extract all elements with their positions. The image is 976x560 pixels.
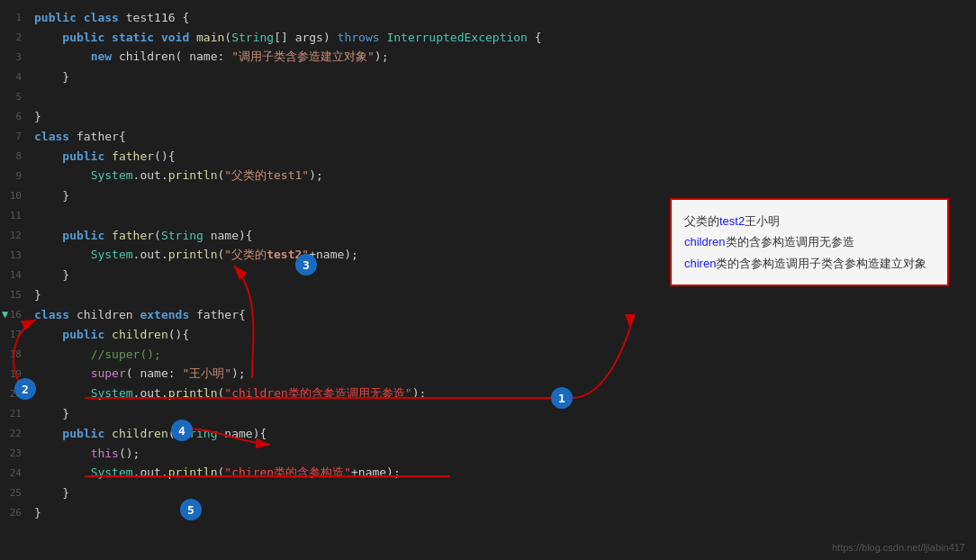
line-content-3: new children( name: "调用子类含参造建立对象"); (27, 49, 388, 65)
line-content-12: public father(String name){ (27, 229, 253, 242)
line-content-2: public static void main(String[] args) t… (27, 31, 542, 44)
output-line-3: chiren类的含参构造调用子类含参构造建立对象 (684, 253, 935, 274)
line-number-10: 10 (0, 190, 27, 202)
line-number-6: 6 (0, 111, 27, 122)
line-content-16: class children extends father{ (27, 308, 246, 321)
line-number-18: 18 (0, 348, 27, 360)
line-number-21: 21 (0, 408, 27, 420)
line-content-25: } (27, 486, 69, 500)
line-content-1: public class test116 { (27, 11, 189, 24)
line-content-7: class father{ (27, 130, 126, 143)
code-line-16: 16▼class children extends father{ (0, 304, 976, 324)
line-content-15: } (27, 288, 41, 302)
circle-3: 3 (295, 254, 317, 275)
line-number-11: 11 (0, 210, 27, 221)
code-line-15: 15} (0, 285, 976, 304)
code-line-5: 5 (0, 86, 976, 106)
line-content-18: //super(); (27, 348, 161, 361)
line-number-24: 24 (0, 467, 27, 479)
line-number-17: 17 (0, 329, 27, 340)
line-content-20: System.out.println("children类的含参造调用无参造")… (27, 385, 426, 402)
code-line-24: 24 System.out.println("chiren类的含参构造"+nam… (0, 463, 976, 483)
line-content-14: } (27, 268, 69, 282)
line-number-14: 14 (0, 269, 27, 281)
code-line-6: 6} (0, 106, 976, 126)
code-line-18: 18 //super(); (0, 344, 976, 364)
line-number-9: 9 (0, 170, 27, 182)
line-number-2: 2 (0, 32, 27, 43)
line-number-13: 13 (0, 249, 27, 261)
line-number-8: 8 (0, 150, 27, 162)
line-number-16: 16▼ (0, 309, 27, 321)
output-box: 父类的test2王小明 children类的含参构造调用无参造 chiren类的… (670, 198, 949, 286)
line-number-23: 23 (0, 447, 27, 459)
code-line-23: 23 this(); (0, 443, 976, 463)
line-content-8: public father(){ (27, 149, 176, 163)
code-line-25: 25 } (0, 483, 976, 502)
code-line-2: 2 public static void main(String[] args)… (0, 27, 976, 47)
code-line-1: 1public class test116 { (0, 7, 976, 27)
line-number-26: 26 (0, 507, 27, 519)
line-content-9: System.out.println("父类的test1"); (27, 167, 323, 184)
circle-1: 1 (551, 387, 573, 409)
code-line-17: 17 public children(){ (0, 324, 976, 344)
line-content-22: public children(String name){ (27, 427, 267, 440)
code-line-3: 3 new children( name: "调用子类含参造建立对象"); (0, 47, 976, 67)
line-number-5: 5 (0, 91, 27, 103)
line-content-17: public children(){ (27, 328, 189, 341)
line-content-10: } (27, 189, 69, 203)
line-content-21: } (27, 407, 69, 420)
code-line-22: 22 public children(String name){ (0, 423, 976, 443)
code-line-4: 4 } (0, 67, 976, 86)
line-number-15: 15 (0, 289, 27, 301)
output-line-2: children类的含参构造调用无参造 (684, 231, 935, 252)
line-number-4: 4 (0, 71, 27, 83)
line-content-23: this(); (27, 447, 140, 460)
code-line-7: 7class father{ (0, 126, 976, 146)
code-line-19: 19 super( name: "王小明"); (0, 364, 976, 384)
watermark: https://blog.csdn.net/ljiabin417 (832, 542, 965, 553)
code-line-8: 8 public father(){ (0, 146, 976, 166)
line-content-24: System.out.println("chiren类的含参构造"+name); (27, 465, 401, 481)
line-number-3: 3 (0, 51, 27, 63)
line-content-4: } (27, 70, 69, 84)
line-number-12: 12 (0, 230, 27, 241)
code-line-20: 20 System.out.println("children类的含参造调用无参… (0, 384, 976, 403)
line-content-6: } (27, 110, 41, 123)
line-number-7: 7 (0, 131, 27, 142)
code-line-26: 26} (0, 502, 976, 522)
circle-2: 2 (14, 378, 36, 400)
line-number-25: 25 (0, 487, 27, 499)
circle-5: 5 (180, 499, 202, 520)
line-content-26: } (27, 506, 41, 519)
code-line-9: 9 System.out.println("父类的test1"); (0, 166, 976, 185)
line-number-1: 1 (0, 12, 27, 23)
circle-4: 4 (171, 420, 193, 441)
line-content-19: super( name: "王小明"); (27, 366, 246, 382)
code-line-21: 21 } (0, 403, 976, 423)
output-line-1: 父类的test2王小明 (684, 211, 935, 231)
line-number-22: 22 (0, 428, 27, 439)
